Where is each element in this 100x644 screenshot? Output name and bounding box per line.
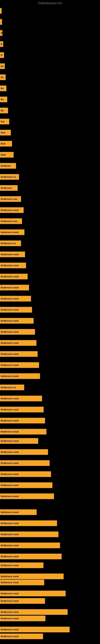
- bar-item: Bottleneck result: [0, 509, 37, 515]
- bar: Bottleneck result: [0, 207, 24, 213]
- bar-item: Bottleneck result: [0, 574, 64, 579]
- bar-item: Bottleneck result: [0, 482, 52, 488]
- bar-item: Bottleneck result: [0, 263, 26, 268]
- bar-item: Bottleneck result: [0, 554, 62, 559]
- bar-item: Bo: [0, 64, 5, 69]
- bar-item: Bo: [0, 108, 8, 113]
- bar-item: Bottleneck res: [0, 174, 19, 180]
- bar-item: Bottleneck result: [0, 318, 34, 324]
- bar: Bo: [0, 108, 8, 113]
- bar: Bottleneck result: [0, 580, 44, 585]
- bar: Bottleneck result: [0, 554, 62, 559]
- bar: Bottleneck result: [0, 520, 57, 526]
- bar-item: Bottleneck result: [0, 230, 24, 235]
- bar: Bottleneck result: [0, 598, 45, 604]
- bar: ...: [0, 19, 2, 25]
- bar-item: Bottleneck result: [0, 373, 40, 379]
- bar-item: Bottleneck result: [0, 627, 70, 632]
- bar-item: Bottleneck result: [0, 418, 45, 424]
- bar-item: Bottleneck result: [0, 396, 42, 401]
- bar-item: Bottleneck result: [0, 591, 66, 596]
- bar: Bottleneck result: [0, 634, 43, 639]
- site-title: TheBottlenecker.com: [38, 2, 62, 5]
- bar: Bottleneck result: [0, 509, 37, 515]
- bar-item: Bo: [0, 74, 6, 80]
- bar: Bot: [0, 119, 9, 124]
- bar: Bo: [0, 86, 6, 91]
- bar-item: Bottleneck result: [0, 274, 28, 279]
- bar-item: ...: [0, 19, 2, 25]
- bar: Bottleneck result: [0, 418, 45, 424]
- bar: Bottleneck result: [0, 562, 43, 568]
- bar: Bottleneck result: [0, 252, 25, 257]
- bar-item: Bottleneck result: [0, 609, 68, 615]
- bar-item: Bottleneck res: [0, 240, 21, 246]
- bar-item: Bott: [0, 130, 11, 136]
- bar-item: B: [0, 52, 4, 58]
- bar-item: Bottleneck result: [0, 207, 24, 213]
- bar: Bottleneck res: [0, 174, 19, 180]
- bar: B: [0, 52, 4, 58]
- bar: Bottleneck result: [0, 542, 60, 548]
- bar: Bottleneck result: [0, 274, 28, 279]
- bar: Bottleneck result: [0, 460, 50, 466]
- bar: Bottleneck result: [0, 318, 34, 324]
- bar-item: Bottleneck result: [0, 616, 46, 621]
- bar: Bottleneck result: [0, 263, 26, 268]
- bar: Bo: [0, 64, 5, 69]
- bar-item: Bottleneck resu: [0, 196, 21, 202]
- bar-item: Bottl: [0, 152, 14, 158]
- bar: Bottleneck result: [0, 396, 42, 401]
- bar-item: Bottleneck result: [0, 471, 51, 477]
- bar: Bottleneck result: [0, 429, 47, 434]
- bar-item: B: [0, 30, 2, 36]
- bar: Bottleneck result: [0, 407, 44, 412]
- bar-item: Bot: [0, 119, 9, 124]
- bar: Bottleneck res: [0, 240, 21, 246]
- bar-item: Bottleneck result: [0, 634, 43, 639]
- bar: Bottleneck result: [0, 627, 70, 632]
- bar-item: Bottleneck result: [0, 407, 44, 412]
- bar: [0, 8, 1, 14]
- bar: Bottleneck result: [0, 373, 40, 379]
- bar: Bottleneck result: [0, 449, 48, 455]
- bar: Bo: [0, 74, 6, 80]
- bar-item: Bottleneck result: [0, 580, 44, 585]
- bar: Bottleneck resu: [0, 218, 22, 224]
- bar-item: Bottlenec: [0, 163, 16, 169]
- bar-item: Bott: [0, 141, 12, 146]
- bar: Bottleneck result: [0, 616, 46, 621]
- bar: Bottleneck: [0, 185, 18, 191]
- bar-item: Bottleneck result: [0, 449, 48, 455]
- bar: Bottleneck result: [0, 609, 68, 615]
- bar: Bottleneck result: [0, 438, 38, 444]
- bar: Bottleneck result: [0, 494, 54, 499]
- bar: Bottleneck result: [0, 296, 31, 302]
- bar-item: Bottleneck result: [0, 460, 50, 466]
- bar-item: Bottleneck result: [0, 362, 39, 368]
- bar: Bottleneck resu: [0, 196, 21, 202]
- bar-item: Bottleneck result: [0, 351, 38, 357]
- bar-item: Bottleneck result: [0, 252, 25, 257]
- bar: Bottleneck result: [0, 471, 51, 477]
- bar: Bottleneck result: [0, 591, 66, 596]
- bar-item: Bottleneck result: [0, 340, 36, 346]
- bar: Bottleneck result: [0, 340, 36, 346]
- bar-item: Bottleneck result: [0, 307, 32, 312]
- bar: Bottleneck result: [0, 307, 32, 312]
- bar: B: [0, 41, 3, 47]
- bar: Bottlenec: [0, 163, 16, 169]
- bar-item: Bottleneck result: [0, 285, 29, 290]
- bar-item: [0, 8, 1, 14]
- bar-item: Bottleneck result: [0, 542, 60, 548]
- bar-item: Bottleneck res: [0, 384, 24, 390]
- bar-item: Bottleneck result: [0, 520, 57, 526]
- bar-item: Bottleneck result: [0, 494, 54, 499]
- bar: Bottleneck result: [0, 482, 52, 488]
- bar: Bottleneck result: [0, 351, 38, 357]
- bar-item: Bottleneck result: [0, 296, 31, 302]
- bar: Bottleneck result: [0, 329, 35, 335]
- bar-item: Bottleneck result: [0, 562, 43, 568]
- bar-item: B: [0, 41, 3, 47]
- bar-item: Bottleneck: [0, 185, 18, 191]
